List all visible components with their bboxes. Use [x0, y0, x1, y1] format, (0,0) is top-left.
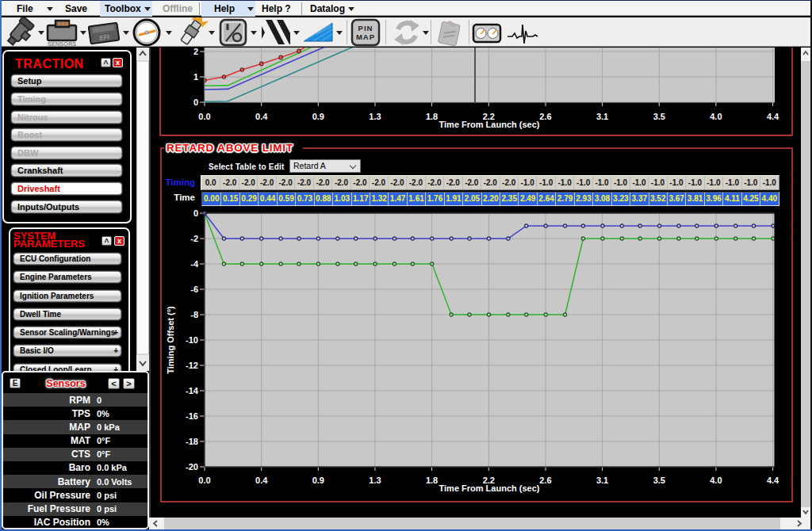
- svg-text:-12: -12: [186, 361, 198, 370]
- svg-text:0.4: 0.4: [255, 112, 268, 121]
- svg-text:-8: -8: [190, 310, 198, 319]
- svg-text:Time From Launch (sec): Time From Launch (sec): [439, 120, 540, 129]
- svg-text:0.0: 0.0: [198, 476, 210, 485]
- svg-text:3.5: 3.5: [653, 112, 665, 121]
- svg-text:2: 2: [193, 48, 198, 56]
- svg-text:3.1: 3.1: [596, 112, 608, 121]
- svg-text:1.8: 1.8: [426, 112, 438, 121]
- svg-text:3.5: 3.5: [653, 476, 665, 485]
- svg-text:0: 0: [193, 97, 198, 107]
- svg-text:0: 0: [193, 208, 198, 218]
- svg-text:2.6: 2.6: [539, 476, 551, 485]
- svg-text:1.3: 1.3: [369, 476, 381, 485]
- svg-text:4.4: 4.4: [767, 112, 779, 121]
- svg-text:4.0: 4.0: [710, 476, 722, 485]
- svg-text:PIN: PIN: [358, 24, 373, 32]
- svg-text:1: 1: [193, 72, 198, 82]
- svg-text:4.4: 4.4: [767, 476, 779, 485]
- svg-text:-10: -10: [186, 335, 198, 345]
- svg-text:0.9: 0.9: [312, 476, 324, 485]
- svg-text:EFI: EFI: [99, 33, 110, 42]
- svg-text:0.0: 0.0: [198, 112, 210, 121]
- svg-text:-16: -16: [186, 411, 198, 421]
- svg-text:3.1: 3.1: [596, 476, 608, 485]
- svg-text:Time From Launch (sec): Time From Launch (sec): [439, 483, 540, 493]
- svg-text:-6: -6: [190, 285, 198, 294]
- svg-text:Timing Offset (°): Timing Offset (°): [166, 306, 175, 374]
- svg-text:1.3: 1.3: [369, 112, 381, 121]
- svg-text:-14: -14: [186, 386, 199, 395]
- svg-text:MAP: MAP: [356, 32, 375, 41]
- svg-text:4.0: 4.0: [710, 112, 722, 121]
- svg-text:-2: -2: [190, 234, 198, 243]
- svg-text:0.4: 0.4: [255, 476, 268, 485]
- svg-text:-20: -20: [186, 462, 198, 472]
- svg-text:-4: -4: [190, 259, 199, 269]
- svg-text:0.9: 0.9: [312, 112, 324, 121]
- svg-text:2.6: 2.6: [539, 112, 551, 121]
- svg-text:1.8: 1.8: [426, 476, 438, 485]
- svg-text:-18: -18: [186, 437, 198, 446]
- svg-text:SENSORS: SENSORS: [48, 40, 77, 48]
